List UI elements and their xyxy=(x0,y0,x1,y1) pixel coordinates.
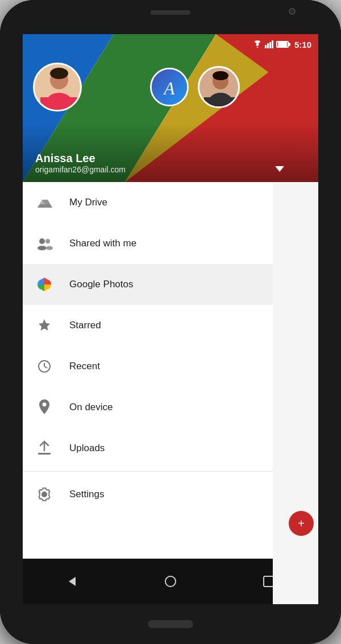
shared-icon xyxy=(35,234,53,253)
phone-screen: + xyxy=(23,34,318,604)
nav-home-button[interactable] xyxy=(159,570,182,593)
user-avatar-main[interactable] xyxy=(33,63,82,112)
svg-marker-30 xyxy=(69,577,76,586)
upload-icon xyxy=(35,439,53,457)
svg-point-31 xyxy=(165,576,176,587)
svg-point-23 xyxy=(45,239,50,243)
user-email: origamifan26@gmail.com xyxy=(35,165,126,174)
svg-rect-2 xyxy=(269,42,271,48)
menu-label-settings: Settings xyxy=(69,489,104,500)
svg-rect-3 xyxy=(272,40,273,48)
fab-button[interactable]: + xyxy=(289,511,314,536)
svg-point-13 xyxy=(50,68,68,79)
menu-label-uploads: Uploads xyxy=(69,443,105,454)
menu-label-photos: Google Photos xyxy=(69,279,133,290)
photos-icon xyxy=(35,275,53,294)
svg-rect-0 xyxy=(265,45,267,48)
pin-icon xyxy=(35,398,53,416)
svg-rect-29 xyxy=(38,453,51,455)
status-time: 5:10 xyxy=(294,40,311,49)
svg-rect-1 xyxy=(267,43,269,48)
svg-point-20 xyxy=(213,71,228,80)
gear-icon xyxy=(35,485,53,503)
svg-point-28 xyxy=(43,403,47,407)
banner-user-info: Anissa Lee origamifan26@gmail.com xyxy=(35,152,126,174)
svg-text:A: A xyxy=(163,79,176,98)
menu-label-recent: Recent xyxy=(69,361,100,372)
avatar-svg-secondary: A xyxy=(152,68,187,106)
clock-icon xyxy=(35,357,53,375)
user-avatar-secondary[interactable]: A xyxy=(150,68,189,106)
front-camera xyxy=(289,8,296,15)
svg-rect-19 xyxy=(204,97,237,108)
banner-avatars: A xyxy=(23,63,318,112)
menu-label-on-device: On device xyxy=(69,402,113,413)
speaker-grille xyxy=(151,10,190,15)
menu-label-my-drive: My Drive xyxy=(69,197,107,208)
avatar-svg-main xyxy=(35,64,82,112)
drive-icon xyxy=(35,193,53,212)
avatar-svg-third xyxy=(199,68,240,108)
menu-label-starred: Starred xyxy=(69,320,101,331)
wifi-icon xyxy=(252,40,263,48)
status-icons: 5:10 xyxy=(252,40,311,49)
svg-line-27 xyxy=(44,366,47,368)
account-dropdown-arrow[interactable] xyxy=(275,166,284,172)
signal-icon xyxy=(265,40,274,48)
user-name: Anissa Lee xyxy=(35,152,126,165)
svg-point-22 xyxy=(38,246,47,250)
user-avatar-third[interactable] xyxy=(198,66,240,108)
battery-fill xyxy=(278,42,287,47)
bottom-oval xyxy=(148,620,193,628)
phone-bottom-bezel xyxy=(0,604,341,644)
phone-top-bezel xyxy=(0,0,341,34)
battery-icon xyxy=(276,41,289,48)
svg-point-24 xyxy=(46,246,53,250)
menu-label-shared: Shared with me xyxy=(69,238,136,249)
phone-device: + xyxy=(0,0,341,644)
status-bar: 5:10 xyxy=(23,34,318,55)
svg-point-21 xyxy=(39,238,45,244)
star-icon xyxy=(35,316,53,335)
header-banner: A Anissa Lee origamifan26@g xyxy=(23,34,318,182)
nav-back-button[interactable] xyxy=(61,570,84,593)
svg-rect-12 xyxy=(40,97,78,112)
